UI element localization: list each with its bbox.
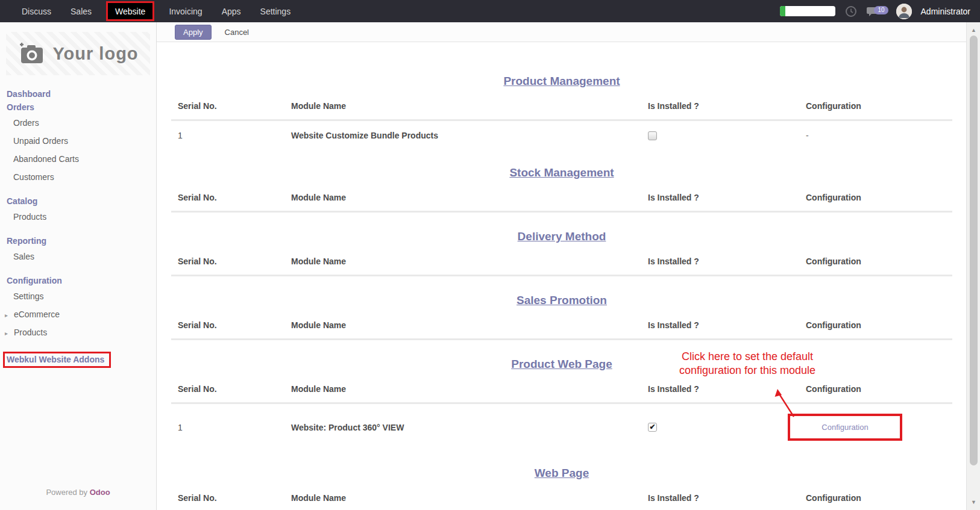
sidebar-item-dashboard[interactable]: Dashboard [7,87,156,101]
section-product-web-page: Product Web PageSerial No.Module NameIs … [171,355,966,449]
module-table: Serial No.Module NameIs Installed ?Confi… [171,193,952,213]
main-area: Apply Cancel Product ManagementSerial No… [157,22,980,510]
table-row: 1Website: Product 360° VIEWConfiguration [171,403,952,450]
module-table: Serial No.Module NameIs Installed ?Confi… [171,320,952,340]
installed-checkbox[interactable] [648,131,657,140]
sidebar-item-sales[interactable]: Sales [7,247,156,266]
powered-by: Powered by Odoo [0,488,156,497]
column-header-1: Module Name [291,257,648,276]
menu-item-website[interactable]: Website [106,1,154,21]
sidebar-item-products[interactable]: Products [7,208,156,226]
section-title-link[interactable]: Delivery Method [518,230,606,243]
installed-checkbox[interactable] [648,423,657,432]
column-header-3: Configuration [806,193,952,212]
sidebar-item-ecommerce[interactable]: ▸ eCommerce [7,305,156,323]
table-header-row: Serial No.Module NameIs Installed ?Confi… [171,320,952,340]
menu-item-settings[interactable]: Settings [251,0,301,22]
column-header-0: Serial No. [171,193,291,212]
apply-button[interactable]: Apply [175,25,212,40]
sidebar-item-label: Products [11,328,47,337]
column-header-3: Configuration [806,384,952,403]
sidebar-item-orders[interactable]: Orders [7,114,156,132]
sidebar-item-catalog[interactable]: Catalog [7,194,156,208]
section-title: Product Web Page [171,355,952,372]
configuration-value: - [806,131,809,140]
module-name-cell: Website: Product 360° VIEW [291,403,648,450]
column-header-1: Module Name [291,101,648,120]
column-header-0: Serial No. [171,320,291,340]
module-table: Serial No.Module NameIs Installed ?Confi… [171,101,952,149]
odoo-brand-link[interactable]: Odoo [90,488,110,497]
section-title-link[interactable]: Stock Management [509,166,614,179]
chevron-right-icon: ▸ [5,330,11,337]
cancel-button[interactable]: Cancel [220,25,254,39]
module-table: Serial No.Module NameIs Installed ?Confi… [171,493,952,510]
avatar[interactable] [896,4,912,19]
column-header-2: Is Installed ? [648,384,806,403]
timer-widget[interactable] [780,6,835,16]
section-title: Web Page [171,464,952,480]
section-title: Product Management [171,72,952,89]
menu-item-sales[interactable]: Sales [61,0,101,22]
messages-icon[interactable]: 10 [867,5,887,18]
menu-item-invoicing[interactable]: Invoicing [159,0,212,22]
section-sales-promotion: Sales PromotionSerial No.Module NameIs I… [171,291,966,340]
form-toolbar: Apply Cancel [157,22,980,42]
user-name[interactable]: Administrator [921,7,970,16]
module-config-content: Product ManagementSerial No.Module NameI… [157,42,966,510]
section-product-management: Product ManagementSerial No.Module NameI… [171,72,966,149]
column-header-1: Module Name [291,493,648,510]
column-header-1: Module Name [291,193,648,212]
systray: 10 Administrator [780,4,980,19]
menu-item-apps[interactable]: Apps [212,0,251,22]
configuration-cell: Configuration [806,403,952,450]
table-header-row: Serial No.Module NameIs Installed ?Confi… [171,257,952,276]
column-header-0: Serial No. [171,384,291,403]
sidebar-item-webkul-website-addons[interactable]: Webkul Website Addons [7,350,156,370]
serial-cell: 1 [171,120,291,149]
camera-icon [17,42,45,66]
sidebar-item-products[interactable]: ▸ Products [7,323,156,341]
sidebar-nav: DashboardOrdersOrdersUnpaid OrdersAbando… [0,87,156,370]
chevron-right-icon: ▸ [5,312,11,319]
configuration-link[interactable]: Configuration [821,423,868,432]
scroll-down-arrow[interactable]: ▼ [967,499,980,505]
table-row: 1Website Customize Bundle Products- [171,120,952,149]
column-header-3: Configuration [806,257,952,276]
sidebar-item-reporting[interactable]: Reporting [7,234,156,247]
sidebar-item-settings[interactable]: Settings [7,287,156,305]
timer-progress [780,6,785,16]
column-header-0: Serial No. [171,101,291,120]
section-title-link[interactable]: Sales Promotion [517,294,607,306]
module-table: Serial No.Module NameIs Installed ?Confi… [171,257,952,276]
vertical-scrollbar[interactable]: ▲ ▼ [966,22,980,510]
installed-cell [648,120,806,149]
sidebar-item-label: eCommerce [11,309,60,319]
section-title-link[interactable]: Product Management [503,75,620,87]
column-header-3: Configuration [806,320,952,340]
sidebar-item-unpaid-orders[interactable]: Unpaid Orders [7,132,156,150]
logo-text: Your logo [52,44,138,64]
website-logo: Your logo [6,32,150,75]
table-header-row: Serial No.Module NameIs Installed ?Confi… [171,384,952,403]
column-header-2: Is Installed ? [648,257,806,276]
scrollbar-thumb[interactable] [970,36,978,465]
clock-icon[interactable] [844,5,858,18]
sidebar-item-customers[interactable]: Customers [7,168,156,186]
section-title-link[interactable]: Product Web Page [511,358,612,370]
sidebar-item-configuration[interactable]: Configuration [7,274,156,287]
sidebar-item-orders[interactable]: Orders [7,101,156,114]
scroll-up-arrow[interactable]: ▲ [967,27,980,33]
table-header-row: Serial No.Module NameIs Installed ?Confi… [171,493,952,510]
section-web-page: Web PageSerial No.Module NameIs Installe… [171,464,966,510]
module-table: Serial No.Module NameIs Installed ?Confi… [171,384,952,449]
column-header-1: Module Name [291,320,648,340]
menu-item-discuss[interactable]: Discuss [12,0,61,22]
highlight-red-box: Webkul Website Addons [3,352,111,368]
section-title-link[interactable]: Web Page [535,467,589,479]
column-header-0: Serial No. [171,493,291,510]
column-header-3: Configuration [806,101,952,120]
table-header-row: Serial No.Module NameIs Installed ?Confi… [171,193,952,212]
message-count-badge: 10 [874,6,888,14]
sidebar-item-abandoned-carts[interactable]: Abandoned Carts [7,150,156,168]
